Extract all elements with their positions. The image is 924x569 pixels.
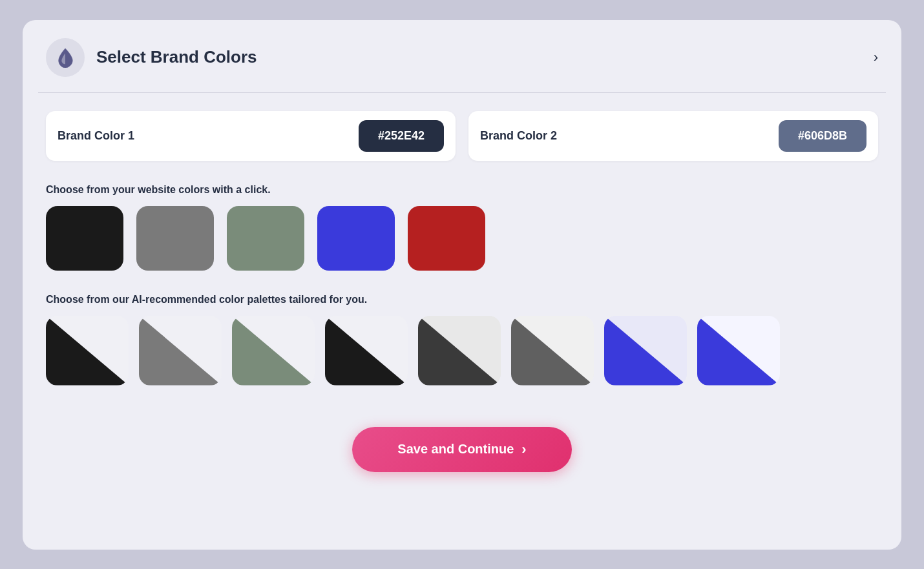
palette-6[interactable] <box>511 316 594 386</box>
brand-color-2-label: Brand Color 2 <box>480 129 766 143</box>
save-button-label: Save and Continue <box>397 442 514 457</box>
brand-color-2-button[interactable]: #606D8B <box>779 120 866 152</box>
brand-color-row: Brand Color 1 #252E42 Brand Color 2 #606… <box>23 93 901 179</box>
ai-palettes-label: Choose from our AI-recommended color pal… <box>46 294 878 305</box>
page-title: Select Brand Colors <box>96 47 257 67</box>
palette-5[interactable] <box>418 316 501 386</box>
website-color-sage[interactable] <box>227 206 304 271</box>
website-colors-row <box>46 206 878 271</box>
palette-7[interactable] <box>604 316 687 386</box>
brand-color-1-button[interactable]: #252E42 <box>359 120 444 152</box>
drop-icon <box>56 47 74 68</box>
palette-4[interactable] <box>325 316 408 386</box>
palette-1[interactable] <box>46 316 129 386</box>
collapse-icon[interactable]: › <box>874 49 878 66</box>
website-color-gray[interactable] <box>136 206 214 271</box>
website-colors-section: Choose from your website colors with a c… <box>23 179 901 427</box>
brand-color-card-1: Brand Color 1 #252E42 <box>46 111 456 161</box>
save-and-continue-button[interactable]: Save and Continue › <box>352 427 571 472</box>
brand-color-card-2: Brand Color 2 #606D8B <box>468 111 878 161</box>
website-color-black[interactable] <box>46 206 123 271</box>
header-left: Select Brand Colors <box>46 38 257 77</box>
save-button-arrow: › <box>521 441 526 458</box>
website-color-blue[interactable] <box>317 206 395 271</box>
ai-palettes-row <box>46 316 878 386</box>
palette-3[interactable] <box>232 316 315 386</box>
palette-2[interactable] <box>139 316 222 386</box>
brand-color-1-label: Brand Color 1 <box>58 129 346 143</box>
palette-8[interactable] <box>697 316 780 386</box>
drop-icon-wrap <box>46 38 85 77</box>
website-color-red[interactable] <box>408 206 485 271</box>
website-colors-label: Choose from your website colors with a c… <box>46 184 878 196</box>
main-card: Select Brand Colors › Brand Color 1 #252… <box>23 20 901 550</box>
header: Select Brand Colors › <box>23 20 901 92</box>
save-btn-wrap: Save and Continue › <box>23 427 901 498</box>
